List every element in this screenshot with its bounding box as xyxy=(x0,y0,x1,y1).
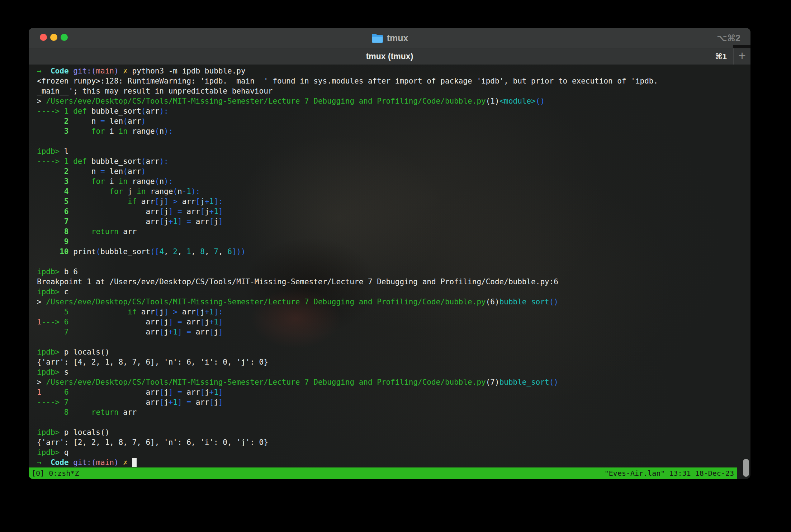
terminal-text-segment: n xyxy=(69,167,101,176)
terminal-text-segment: + xyxy=(205,308,209,316)
terminal-text-segment: main xyxy=(96,458,114,467)
terminal-text-segment: Code xyxy=(51,67,69,75)
terminal-text-segment: ] xyxy=(218,388,223,396)
terminal-line: > /Users/eve/Desktop/CS/Tools/MIT-Missin… xyxy=(37,297,750,307)
terminal-line: 9 xyxy=(37,237,750,247)
terminal-text-segment: 1 xyxy=(173,398,177,407)
terminal-text-segment: ([ xyxy=(150,247,159,256)
terminal-text-segment: git:( xyxy=(69,458,96,467)
terminal-text-segment: <frozen runpy>:128: RuntimeWarning: 'ipd… xyxy=(37,77,663,85)
terminal-text-segment: in xyxy=(137,187,146,196)
terminal-text-segment: ( xyxy=(141,107,146,115)
terminal-text-segment: l xyxy=(64,147,69,156)
tab-tmux[interactable]: tmux (tmux) xyxy=(366,52,413,61)
terminal-text-segment: bubble_sort xyxy=(499,298,549,306)
terminal-text-segment: ( xyxy=(173,187,177,196)
terminal-text-segment: ) xyxy=(114,458,119,467)
terminal-text-segment: n xyxy=(159,127,164,136)
terminal-text-segment: if xyxy=(128,308,137,316)
terminal-text-segment: → xyxy=(37,67,42,75)
terminal-text-segment: j xyxy=(205,318,209,326)
terminal-text-segment: 7 xyxy=(37,217,69,226)
terminal-text-segment: main xyxy=(96,67,114,75)
terminal-text-segment: arr xyxy=(137,197,155,206)
terminal-text-segment: arr xyxy=(69,328,160,336)
terminal-text-segment: 5 xyxy=(37,308,69,316)
terminal-text-segment: [ xyxy=(159,388,164,396)
terminal-text-segment: 1 xyxy=(214,318,218,326)
terminal-text-segment: ) xyxy=(141,117,146,125)
terminal-line: {'arr': [4, 2, 1, 8, 7, 6], 'n': 6, 'i':… xyxy=(37,357,750,367)
scrollbar-thumb[interactable] xyxy=(743,459,749,477)
terminal-text-segment: ): xyxy=(159,107,168,115)
terminal-text-segment: ( xyxy=(123,117,128,125)
terminal-text-segment: /Users/eve/Desktop/CS/Tools/MIT-Missing-… xyxy=(46,378,486,386)
tmux-host-clock-label: "Eves-Air.lan" 13:31 18-Dec-23 xyxy=(605,469,734,478)
terminal-text-segment: (6) xyxy=(486,298,499,306)
terminal-text-segment: () xyxy=(536,97,545,105)
terminal-text-segment xyxy=(42,458,51,467)
terminal-text-segment: 6 xyxy=(64,388,69,396)
terminal-text-segment: s xyxy=(64,368,69,376)
close-button[interactable] xyxy=(40,34,47,41)
terminal-text-segment: bubble_sort xyxy=(87,107,141,115)
terminal-text-segment: ] xyxy=(177,398,182,407)
terminal-text-segment: def xyxy=(73,107,87,115)
terminal-text-segment: 1 xyxy=(214,207,218,216)
minimize-button[interactable] xyxy=(50,34,57,41)
terminal-text-segment: arr xyxy=(69,398,160,407)
terminal-text-segment: ipdb> xyxy=(37,448,64,457)
terminal-text-segment: ) xyxy=(114,67,119,75)
terminal-text-segment: - xyxy=(182,187,187,196)
terminal-line: 2 n = len(arr) xyxy=(37,116,750,126)
terminal-text-segment: j xyxy=(205,388,209,396)
terminal-line: Breakpoint 1 at /Users/eve/Desktop/CS/To… xyxy=(37,277,750,287)
terminal-line: 2 n = len(arr) xyxy=(37,166,750,176)
terminal-text-segment: ---> 6 xyxy=(42,318,69,326)
terminal-text-segment: j xyxy=(164,318,169,326)
terminal-text-segment: > xyxy=(37,97,46,105)
title-bar[interactable]: tmux ⌥⌘2 xyxy=(29,28,750,48)
terminal-text-segment: in xyxy=(119,177,128,186)
terminal-line: 4 for j in range(n-1): xyxy=(37,186,750,196)
terminal-text-segment: ) xyxy=(141,167,146,176)
terminal-text-segment: j xyxy=(214,328,218,336)
terminal-text-segment: 5 xyxy=(37,197,69,206)
terminal-text-segment: arr xyxy=(69,217,160,226)
terminal-pane[interactable]: → Code git:(main) ✗ python3 -m ipdb bubb… xyxy=(29,65,750,467)
terminal-line: ipdb> q xyxy=(37,447,750,457)
terminal-text-segment: ✗ xyxy=(119,458,128,467)
terminal-line: 1---> 6 arr[j] = arr[j+1] xyxy=(37,317,750,327)
terminal-text-segment: ] xyxy=(177,328,182,336)
terminal-text-segment: ])) xyxy=(232,247,246,256)
terminal-text-segment xyxy=(169,308,173,316)
terminal-line: 7 arr[j+1] = arr[j] xyxy=(37,327,750,337)
terminal-text-segment xyxy=(69,308,128,316)
terminal-line xyxy=(37,136,750,146)
terminal-text-segment: + xyxy=(169,398,173,407)
terminal-text-segment: 4 xyxy=(159,247,164,256)
tab-shortcut-badge: ⌘1 xyxy=(715,48,727,65)
terminal-text-segment xyxy=(182,398,187,407)
terminal-line: 5 if arr[j] > arr[j+1]: xyxy=(37,307,750,317)
terminal-text-segment: + xyxy=(209,388,214,396)
terminal-text-segment: j xyxy=(123,187,137,196)
terminal-text-segment: j xyxy=(159,308,164,316)
terminal-text-segment: b 6 xyxy=(64,267,78,276)
terminal-text-segment: [ xyxy=(200,388,205,396)
terminal-text-segment: [ xyxy=(209,328,214,336)
terminal-line: ----> 1 def bubble_sort(arr): xyxy=(37,106,750,116)
terminal-text-segment xyxy=(128,458,132,467)
terminal-text-segment: arr xyxy=(182,207,200,216)
terminal-line: 7 arr[j+1] = arr[j] xyxy=(37,217,750,227)
terminal-text-segment xyxy=(42,67,51,75)
terminal-text-segment: ] xyxy=(218,207,223,216)
zoom-button[interactable] xyxy=(61,34,68,41)
new-tab-button[interactable]: + xyxy=(733,48,750,65)
terminal-text-segment xyxy=(169,197,173,206)
terminal-text-segment: 9 xyxy=(37,237,69,246)
terminal-text-segment: > xyxy=(173,308,177,316)
terminal-text-segment: + xyxy=(209,318,214,326)
terminal-text-segment: ): xyxy=(164,127,173,136)
terminal-text-segment: → xyxy=(37,458,42,467)
